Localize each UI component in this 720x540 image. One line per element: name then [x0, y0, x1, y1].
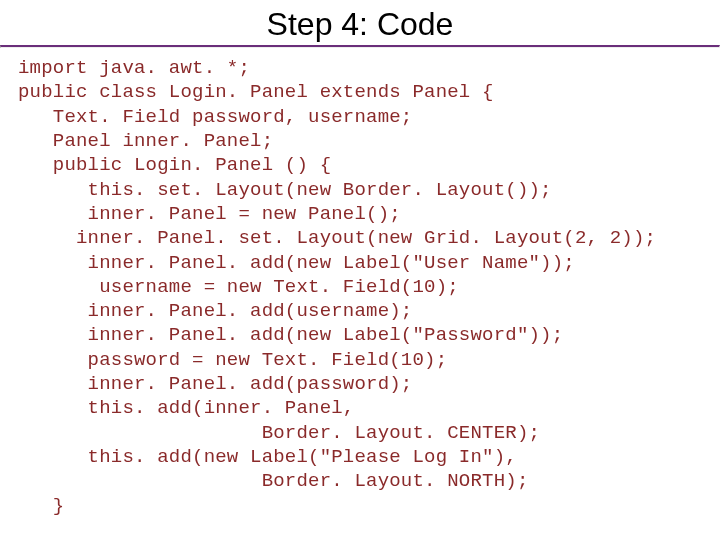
- code-line: inner. Panel. set. Layout(new Grid. Layo…: [18, 227, 656, 249]
- code-line: public Login. Panel () {: [18, 154, 331, 176]
- code-line: Border. Layout. CENTER);: [18, 422, 540, 444]
- code-line: import java. awt. *;: [18, 57, 250, 79]
- code-line: }: [18, 495, 64, 517]
- code-line: this. add(inner. Panel,: [18, 397, 354, 419]
- code-line: inner. Panel = new Panel();: [18, 203, 401, 225]
- code-line: Border. Layout. NORTH);: [18, 470, 528, 492]
- code-line: this. set. Layout(new Border. Layout());: [18, 179, 552, 201]
- code-line: Text. Field password, username;: [18, 106, 412, 128]
- code-line: this. add(new Label("Please Log In"),: [18, 446, 517, 468]
- code-line: inner. Panel. add(new Label("User Name")…: [18, 252, 575, 274]
- code-line: username = new Text. Field(10);: [18, 276, 459, 298]
- slide-title: Step 4: Code: [0, 0, 720, 45]
- code-line: public class Login. Panel extends Panel …: [18, 81, 494, 103]
- code-line: password = new Text. Field(10);: [18, 349, 447, 371]
- code-block: import java. awt. *; public class Login.…: [0, 48, 720, 518]
- code-line: Panel inner. Panel;: [18, 130, 273, 152]
- code-line: inner. Panel. add(new Label("Password"))…: [18, 324, 563, 346]
- code-line: inner. Panel. add(password);: [18, 373, 412, 395]
- code-line: inner. Panel. add(username);: [18, 300, 412, 322]
- slide: Step 4: Code import java. awt. *; public…: [0, 0, 720, 540]
